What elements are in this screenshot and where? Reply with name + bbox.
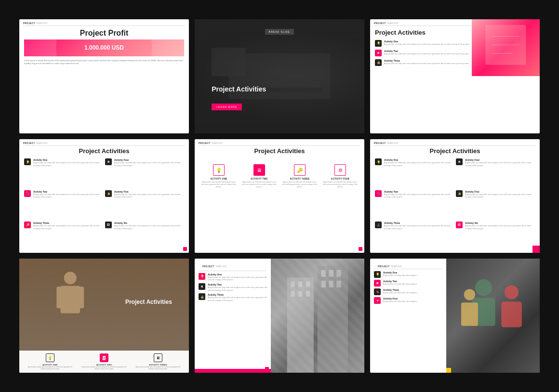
list-item: 🖥 Activity Two A good plan can help with… <box>374 280 442 287</box>
slide-3-icon-2: 🖥 <box>375 50 382 56</box>
svg-rect-24 <box>337 281 341 287</box>
slide-3[interactable]: PROJECT TEMPLATE Project Activities 💡 Ac… <box>370 19 540 133</box>
svg-rect-15 <box>306 282 310 287</box>
slide-3-project-label: PROJECT <box>374 22 386 25</box>
slide-9-people-image <box>446 259 540 373</box>
list-item: 💡 Activity One A good plan can help with… <box>24 158 103 188</box>
svg-rect-13 <box>291 282 295 287</box>
icon-box: 🔒 <box>199 293 205 300</box>
svg-point-7 <box>64 272 77 284</box>
slide-3-act1-desc: A good plan can help with risk analyses … <box>384 43 469 46</box>
slide-3-template-label: TEMPLATE <box>387 22 398 25</box>
slide-7[interactable]: Project Activities 💡 ACTIVITY ONE A good… <box>19 259 189 373</box>
slide-3-icon-3: 🔒 <box>375 59 382 66</box>
activity-icon: 🖥 <box>253 164 265 176</box>
slide-3-activity-list: 💡 Activity One A good plan can help with… <box>370 38 540 68</box>
slide-6[interactable]: PROJECT TEMPLATE Project Activities 💡 Ac… <box>370 139 540 253</box>
slide-9-left: PROJECT TEMPLATE 💡 Activity One A good p… <box>370 259 446 373</box>
list-item: 🔒 Activity Five A good plan can help wit… <box>456 190 535 220</box>
list-item: 📎 Activity Two A good plan can help with… <box>375 190 454 220</box>
icon-box: 💡 <box>375 158 382 165</box>
svg-rect-20 <box>329 270 333 277</box>
activity-icon: ⚙ <box>334 164 346 176</box>
icon-box: 🖼 <box>456 222 463 228</box>
slide-1-template-label: TEMPLATE <box>36 22 47 25</box>
slide-2-title: Project Activities <box>212 85 266 93</box>
slide-2-break-label: BREAK SLIDE <box>265 29 294 35</box>
icon-box: 📎 <box>24 190 31 197</box>
slide-6-grid: 💡 Activity One A good plan can help with… <box>370 157 540 253</box>
svg-rect-28 <box>502 302 522 327</box>
icon-box: 🖥 <box>374 280 381 287</box>
icon-box: 🔒 <box>105 190 112 197</box>
slide-4-red-dot <box>183 247 187 251</box>
slide-3-title: Project Activities <box>370 26 540 38</box>
slide-9-header: PROJECT TEMPLATE <box>374 262 442 269</box>
list-item: 💡 Activity One A good plan can help with… <box>374 271 442 278</box>
icon-box: 🃏 <box>100 353 108 362</box>
slide-7-bottom-icons: 💡 ACTIVITY ONE A good plan can help with… <box>19 351 189 373</box>
slide-7-person <box>45 270 96 333</box>
list-item: 🔑 ACTIVITY THREE A good plan can help wi… <box>282 164 318 188</box>
list-item: 🖥 ACTIVITY THREE A good plan can help wi… <box>135 353 181 370</box>
svg-rect-11 <box>287 278 314 373</box>
slide-3-activity-1: 💡 Activity One A good plan can help with… <box>375 40 535 47</box>
icon-box: 🖥 <box>199 283 205 290</box>
slide-4-grid: 💡 Activity One A good plan can help with… <box>19 157 189 253</box>
slide-8-red-dot <box>265 367 269 371</box>
icon-box: 🔖 <box>374 288 381 295</box>
slide-5-title: Project Activities <box>195 145 364 157</box>
slide-9-yellow-corner <box>446 368 451 373</box>
people-decor <box>446 259 540 373</box>
svg-point-27 <box>505 286 519 300</box>
svg-rect-10 <box>76 287 84 308</box>
list-item: 🖼 Activity Six A good plan can help with… <box>105 222 184 251</box>
slide-1-project-label: PROJECT <box>23 22 35 25</box>
list-item: 🔒 Activity Three A good plan can help wi… <box>199 293 267 301</box>
svg-rect-17 <box>299 291 303 297</box>
slide-8-left: PROJECT TEMPLATE 💡 Activity One A good p… <box>195 259 271 373</box>
icon-box: ⚡ <box>374 297 381 304</box>
slide-5[interactable]: PROJECT TEMPLATE Project Activities 💡 AC… <box>195 139 364 253</box>
slide-5-red-dot <box>359 247 362 251</box>
svg-rect-18 <box>306 291 310 297</box>
slide-4[interactable]: PROJECT TEMPLATE Project Activities 💡 Ac… <box>19 139 189 253</box>
slide-3-act2-desc: A good plan can help with risk analyses … <box>384 52 469 55</box>
slide-3-activity-2: 🖥 Activity Two A good plan can help with… <box>375 50 535 56</box>
icon-box: 🖼 <box>105 222 112 228</box>
slide-6-red-corner <box>532 246 540 253</box>
list-item: 🖥 Activity Four A good plan can help wit… <box>105 158 184 188</box>
list-item: 🔑 Activity Three A good plan can help wi… <box>24 222 103 251</box>
slide-1-header: PROJECT TEMPLATE <box>19 19 189 26</box>
slide-2-learn-more[interactable]: LEARN MORE <box>212 104 242 110</box>
activity-icon: 💡 <box>213 164 225 176</box>
slide-8-activity-list: 💡 Activity One A good plan can help with… <box>199 273 267 369</box>
slide-8-pink-bar <box>195 369 271 373</box>
slide-5-icons-row: 💡 ACTIVITY ONE A good plan can help with… <box>195 157 364 253</box>
list-item: 🖥 Activity Two A good plan can help with… <box>199 283 267 291</box>
list-item: 🔒 Activity Five A good plan can help wit… <box>105 190 184 220</box>
list-item: 🃏 ACTIVITY TWO A good plan can help with… <box>81 353 127 370</box>
slide-9[interactable]: PROJECT TEMPLATE 💡 Activity One A good p… <box>370 259 540 373</box>
activity-icon: 🔑 <box>294 164 306 176</box>
svg-rect-14 <box>299 282 303 287</box>
icon-box: 💡 <box>46 353 54 362</box>
svg-rect-9 <box>56 287 64 308</box>
svg-rect-12 <box>318 266 348 373</box>
list-item: ⚡ Activity Four A good plan can help wit… <box>374 297 442 304</box>
icon-box: 💡 <box>374 271 381 278</box>
list-item: 🔖 Activity Three A good plan can help wi… <box>374 288 442 295</box>
svg-point-29 <box>464 289 475 300</box>
slide-1[interactable]: PROJECT TEMPLATE Project Profit 1.000.00… <box>19 19 189 133</box>
svg-rect-22 <box>321 281 326 287</box>
building-decor <box>271 259 364 373</box>
slide-8[interactable]: PROJECT TEMPLATE 💡 Activity One A good p… <box>195 259 364 373</box>
list-item: 💡 Activity One A good plan can help with… <box>199 273 267 281</box>
slide-2[interactable]: BREAK SLIDE Project Activities LEARN MOR… <box>195 19 364 133</box>
icon-box: 🖥 <box>456 158 463 165</box>
slide-6-header: PROJECT TEMPLATE <box>370 139 540 145</box>
icon-box: 💡 <box>24 158 31 165</box>
svg-rect-23 <box>329 281 333 287</box>
slide-5-header: PROJECT TEMPLATE <box>195 139 364 145</box>
list-item: 🖥 ACTIVITY TWO A good plan can help with… <box>241 164 277 188</box>
